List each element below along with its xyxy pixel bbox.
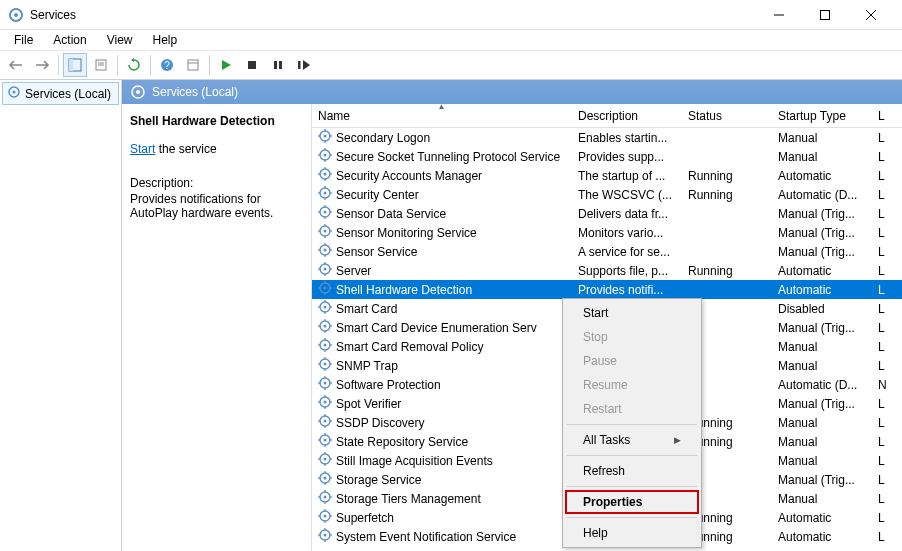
gear-icon	[318, 376, 332, 393]
toolbar-separator	[117, 55, 118, 75]
service-logon: L	[872, 359, 902, 373]
gear-icon	[318, 490, 332, 507]
service-row[interactable]: Sensor ServiceA service for se...Manual …	[312, 242, 902, 261]
service-row[interactable]: Sensor Monitoring ServiceMonitors vario.…	[312, 223, 902, 242]
pause-service-button[interactable]	[266, 53, 290, 77]
cm-separator	[567, 486, 697, 487]
gear-icon	[318, 433, 332, 450]
column-status[interactable]: Status	[682, 104, 772, 127]
start-service-button[interactable]	[214, 53, 238, 77]
svg-point-126	[324, 458, 327, 461]
service-name: Superfetch	[336, 511, 394, 525]
svg-point-24	[324, 135, 327, 138]
svg-point-20	[13, 91, 16, 94]
toolbar-separator	[58, 55, 59, 75]
cm-properties[interactable]: Properties	[565, 490, 699, 514]
svg-point-60	[324, 249, 327, 252]
gear-icon	[318, 452, 332, 469]
window-title: Services	[30, 8, 756, 22]
service-startup: Manual	[772, 435, 872, 449]
service-startup: Automatic	[772, 283, 872, 297]
toolbar-separator	[209, 55, 210, 75]
service-name: State Repository Service	[336, 435, 468, 449]
gear-icon	[318, 224, 332, 241]
restart-service-button[interactable]	[292, 53, 316, 77]
start-service-link[interactable]: Start	[130, 142, 155, 156]
cm-pause: Pause	[565, 349, 699, 373]
svg-rect-7	[69, 59, 73, 71]
service-startup: Automatic (D...	[772, 378, 872, 392]
properties-button[interactable]	[181, 53, 205, 77]
service-startup: Manual	[772, 454, 872, 468]
service-row[interactable]: Sensor Data ServiceDelivers data fr...Ma…	[312, 204, 902, 223]
service-startup: Automatic (D...	[772, 188, 872, 202]
service-logon: L	[872, 264, 902, 278]
svg-point-144	[324, 515, 327, 518]
service-logon: L	[872, 321, 902, 335]
service-logon: N	[872, 378, 902, 392]
service-logon: L	[872, 188, 902, 202]
show-hide-tree-button[interactable]	[63, 53, 87, 77]
maximize-button[interactable]	[802, 0, 848, 30]
stop-service-button[interactable]	[240, 53, 264, 77]
service-startup: Manual	[772, 359, 872, 373]
services-icon	[7, 85, 21, 102]
help-button[interactable]: ?	[155, 53, 179, 77]
service-desc: Provides notifi...	[572, 283, 682, 297]
gear-icon	[318, 262, 332, 279]
svg-point-66	[324, 268, 327, 271]
svg-point-72	[324, 287, 327, 290]
service-row[interactable]: Security Accounts ManagerThe startup of …	[312, 166, 902, 185]
column-description[interactable]: Description	[572, 104, 682, 127]
menu-view[interactable]: View	[99, 31, 141, 49]
column-startup-type[interactable]: Startup Type	[772, 104, 872, 127]
service-name: Software Protection	[336, 378, 441, 392]
service-row[interactable]: Shell Hardware DetectionProvides notifi.…	[312, 280, 902, 299]
svg-point-54	[324, 230, 327, 233]
cm-help[interactable]: Help	[565, 521, 699, 545]
service-startup: Automatic	[772, 530, 872, 544]
service-row[interactable]: Security CenterThe WSCSVC (...RunningAut…	[312, 185, 902, 204]
minimize-button[interactable]	[756, 0, 802, 30]
forward-button[interactable]	[30, 53, 54, 77]
gear-icon	[318, 281, 332, 298]
main-area: Services (Local) Services (Local) Shell …	[0, 80, 902, 551]
service-logon: L	[872, 397, 902, 411]
gear-icon	[318, 395, 332, 412]
service-status: Running	[682, 188, 772, 202]
service-startup: Manual	[772, 150, 872, 164]
service-startup: Manual	[772, 340, 872, 354]
service-row[interactable]: Secondary LogonEnables startin...ManualL	[312, 128, 902, 147]
cm-all-tasks[interactable]: All Tasks ▶	[565, 428, 699, 452]
back-button[interactable]	[4, 53, 28, 77]
gear-icon	[318, 300, 332, 317]
app-icon	[8, 7, 24, 23]
service-logon: L	[872, 473, 902, 487]
service-row[interactable]: Secure Socket Tunneling Protocol Service…	[312, 147, 902, 166]
svg-point-138	[324, 496, 327, 499]
service-name: Server	[336, 264, 371, 278]
right-pane: Services (Local) Shell Hardware Detectio…	[122, 80, 902, 551]
service-startup: Manual (Trig...	[772, 321, 872, 335]
tree-root-services-local[interactable]: Services (Local)	[2, 82, 119, 105]
menu-help[interactable]: Help	[145, 31, 186, 49]
service-desc: The startup of ...	[572, 169, 682, 183]
service-name: Smart Card	[336, 302, 397, 316]
close-button[interactable]	[848, 0, 894, 30]
export-list-button[interactable]	[89, 53, 113, 77]
titlebar: Services	[0, 0, 902, 30]
column-name[interactable]: ▲ Name	[312, 104, 572, 127]
menu-file[interactable]: File	[6, 31, 41, 49]
svg-point-1	[14, 13, 18, 17]
service-row[interactable]: ServerSupports file, p...RunningAutomati…	[312, 261, 902, 280]
service-name: Security Accounts Manager	[336, 169, 482, 183]
svg-point-30	[324, 154, 327, 157]
column-logon[interactable]: L	[872, 104, 902, 127]
cm-start[interactable]: Start	[565, 301, 699, 325]
menu-action[interactable]: Action	[45, 31, 94, 49]
service-name: Still Image Acquisition Events	[336, 454, 493, 468]
refresh-button[interactable]	[122, 53, 146, 77]
service-name: Storage Tiers Management	[336, 492, 481, 506]
cm-refresh[interactable]: Refresh	[565, 459, 699, 483]
service-name: System Event Notification Service	[336, 530, 516, 544]
